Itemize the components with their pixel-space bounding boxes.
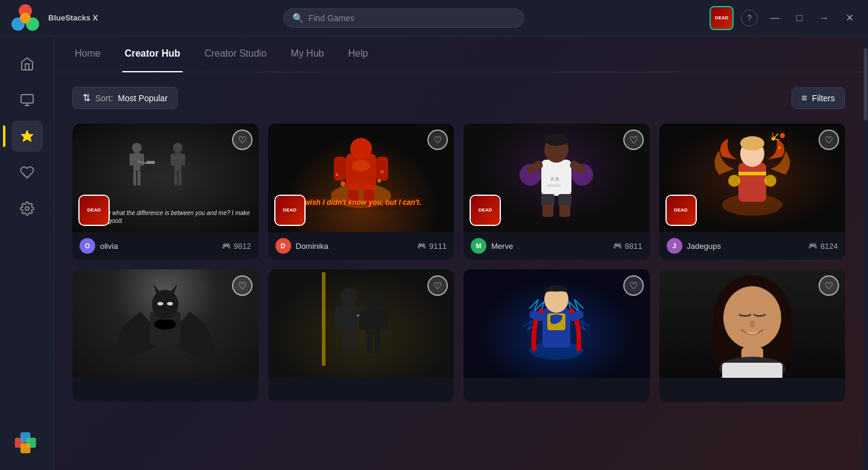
svg-rect-14	[140, 154, 144, 166]
card-3[interactable]: A II ADIDAS	[464, 124, 650, 260]
svg-rect-75	[342, 332, 348, 350]
svg-line-60	[773, 134, 778, 139]
svg-point-43	[544, 134, 568, 146]
svg-point-36	[380, 170, 384, 174]
main-layout: Home Creator Hub Creator Studio My Hub H…	[0, 36, 868, 470]
gamepad-icon-1: 🎮	[222, 242, 231, 250]
card-7-thumb: ♡	[464, 269, 650, 378]
svg-point-65	[152, 290, 178, 319]
sidebar-item-favorites[interactable]	[11, 157, 43, 188]
card-6-heart[interactable]: ♡	[427, 275, 448, 296]
svg-marker-5	[21, 130, 33, 142]
filter-button[interactable]: ≡ Filters	[791, 87, 845, 109]
card-7[interactable]: ♡	[464, 269, 650, 402]
svg-rect-79	[365, 308, 381, 335]
tab-home[interactable]: Home	[72, 36, 103, 72]
card-8-heart[interactable]: ♡	[819, 275, 839, 296]
card-3-thumb: A II ADIDAS	[464, 124, 650, 232]
card-1-author: O olivia	[80, 238, 118, 254]
svg-text:ADIDAS: ADIDAS	[547, 184, 561, 187]
svg-rect-29	[376, 157, 388, 181]
card-8[interactable]: ♡	[659, 269, 846, 402]
tab-creator-hub[interactable]: Creator Hub	[122, 36, 183, 72]
tab-creator-studio[interactable]: Creator Studio	[202, 36, 269, 72]
svg-rect-49	[559, 205, 570, 217]
maximize-button[interactable]: □	[791, 10, 807, 26]
svg-point-56	[764, 175, 776, 187]
card-8-thumb: ♡	[659, 269, 846, 378]
svg-rect-82	[366, 335, 373, 353]
svg-rect-81	[381, 310, 388, 330]
main-content: Home Creator Hub Creator Studio My Hub H…	[54, 36, 863, 470]
sidebar-item-creator[interactable]	[11, 121, 43, 152]
brand-name: BlueStacks X	[48, 13, 98, 22]
svg-point-55	[728, 175, 740, 187]
card-2[interactable]: I wish I didn't know you, but I can't. D…	[268, 124, 454, 260]
card-1-thumb: You know what the difference is between …	[72, 124, 259, 232]
card-3-avatar: M	[471, 238, 486, 254]
search-bar[interactable]: 🔍	[283, 8, 524, 28]
scrollbar-track[interactable]	[863, 36, 868, 470]
nav-tabs: Home Creator Hub Creator Studio My Hub H…	[54, 36, 863, 72]
sidebar-item-settings[interactable]	[11, 193, 43, 224]
sort-value: Most Popular	[118, 93, 168, 103]
sort-button[interactable]: ⇅ Sort: Most Popular	[72, 87, 178, 109]
svg-rect-73	[335, 307, 342, 327]
sidebar-item-home[interactable]	[11, 48, 43, 80]
card-2-author-name: Dominika	[296, 242, 329, 251]
card-5-heart[interactable]: ♡	[232, 275, 253, 296]
card-5-info	[72, 378, 259, 402]
card-2-avatar: D	[275, 238, 291, 254]
tab-help[interactable]: Help	[345, 36, 370, 72]
svg-rect-70	[322, 272, 326, 366]
svg-rect-52	[738, 172, 766, 175]
card-6[interactable]: ♡	[268, 269, 454, 402]
svg-rect-23	[174, 171, 177, 186]
card-5[interactable]: ♡	[72, 269, 259, 402]
svg-rect-4	[21, 95, 33, 103]
filter-icon: ≡	[802, 93, 807, 104]
card-8-info	[659, 378, 846, 402]
card-1[interactable]: You know what the difference is between …	[72, 124, 259, 260]
svg-rect-48	[542, 205, 553, 217]
card-4-author-name: Jadegups	[687, 242, 721, 251]
card-4-author: J Jadegups	[667, 238, 721, 254]
search-input[interactable]	[309, 13, 515, 23]
forward-button[interactable]: →	[814, 10, 834, 26]
filter-label: Filters	[812, 93, 835, 103]
card-1-heart[interactable]: ♡	[232, 130, 253, 150]
close-button[interactable]: ✕	[841, 10, 858, 26]
help-button[interactable]: ?	[741, 10, 758, 27]
svg-point-91	[723, 286, 781, 349]
card-2-heart[interactable]: ♡	[427, 130, 448, 150]
title-bar: BlueStacks X 🔍 DEAD ? — □ → ✕	[0, 0, 868, 36]
svg-marker-67	[170, 284, 177, 293]
svg-point-34	[377, 179, 381, 183]
card-grid: You know what the difference is between …	[72, 124, 845, 402]
svg-rect-51	[738, 163, 766, 202]
card-3-author-name: Merve	[491, 242, 513, 251]
minimize-button[interactable]: —	[765, 10, 784, 26]
svg-point-78	[365, 291, 382, 308]
current-game-avatar[interactable]: DEAD	[709, 6, 734, 30]
svg-point-3	[20, 13, 31, 24]
sidebar-item-store[interactable]	[11, 84, 43, 116]
card-5-thumb: ♡	[72, 269, 259, 378]
card-4[interactable]: DEAD ♡ J Jadegups 🎮 8124	[659, 124, 846, 260]
card-3-heart[interactable]: ♡	[623, 130, 644, 150]
card-7-heart[interactable]: ♡	[623, 275, 644, 296]
svg-point-59	[780, 133, 785, 138]
svg-point-19	[173, 143, 183, 152]
card-4-avatar: J	[667, 238, 682, 254]
svg-rect-20	[174, 152, 181, 171]
svg-point-33	[341, 181, 345, 186]
svg-rect-83	[375, 335, 381, 353]
gamepad-icon-3: 🎮	[613, 242, 622, 250]
card-3-game-icon: DEAD	[470, 195, 501, 226]
svg-rect-47	[558, 194, 571, 206]
card-1-plays: 🎮 9812	[222, 242, 251, 251]
scrollbar-thumb[interactable]	[864, 48, 867, 121]
tab-my-hub[interactable]: My Hub	[288, 36, 326, 72]
card-6-info	[268, 378, 454, 402]
card-4-heart[interactable]: ♡	[819, 130, 839, 150]
